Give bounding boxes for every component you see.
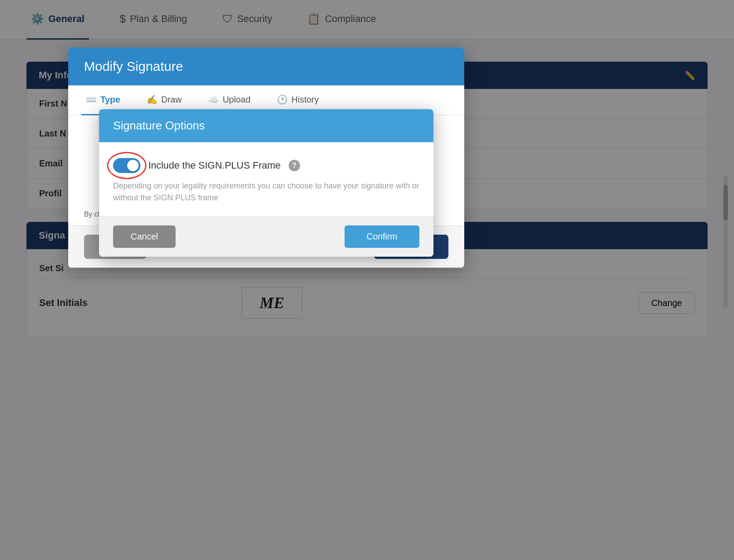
- help-icon[interactable]: ?: [289, 160, 300, 171]
- toggle-description: Depending on your legality requirements …: [113, 180, 419, 204]
- upload-icon: ☁️: [208, 94, 219, 105]
- toggle-row: Include the SIGN.PLUS Frame ?: [113, 158, 419, 173]
- modal-tab-history-label: History: [291, 95, 319, 105]
- modal-tab-draw-label: Draw: [161, 95, 182, 105]
- modal-tab-upload-label: Upload: [223, 95, 250, 105]
- modal-inner-body: Include the SIGN.PLUS Frame ? Depending …: [99, 142, 433, 216]
- signature-options-modal: Signature Options Include the SIGN.PLUS …: [99, 109, 433, 257]
- modal-outer-header: Modify Signature: [68, 48, 464, 85]
- draw-icon: ✍️: [147, 94, 158, 105]
- toggle-track: [113, 158, 140, 173]
- modal-outer-title: Modify Signature: [84, 59, 183, 74]
- toggle-thumb: [127, 160, 139, 171]
- modal-tab-type-label: Type: [100, 95, 120, 105]
- modal-inner-footer: Cancel Confirm: [99, 216, 433, 257]
- keyboard-icon: ⌨️: [86, 94, 97, 105]
- modal-inner-header: Signature Options: [99, 109, 433, 142]
- toggle-label: Include the SIGN.PLUS Frame: [148, 160, 281, 171]
- inner-confirm-button[interactable]: Confirm: [345, 225, 419, 248]
- modal-inner-title: Signature Options: [113, 119, 419, 133]
- toggle-wrapper: [113, 158, 140, 173]
- sign-plus-frame-toggle[interactable]: [113, 158, 140, 173]
- history-icon: 🕐: [277, 94, 288, 105]
- inner-cancel-button[interactable]: Cancel: [113, 225, 176, 248]
